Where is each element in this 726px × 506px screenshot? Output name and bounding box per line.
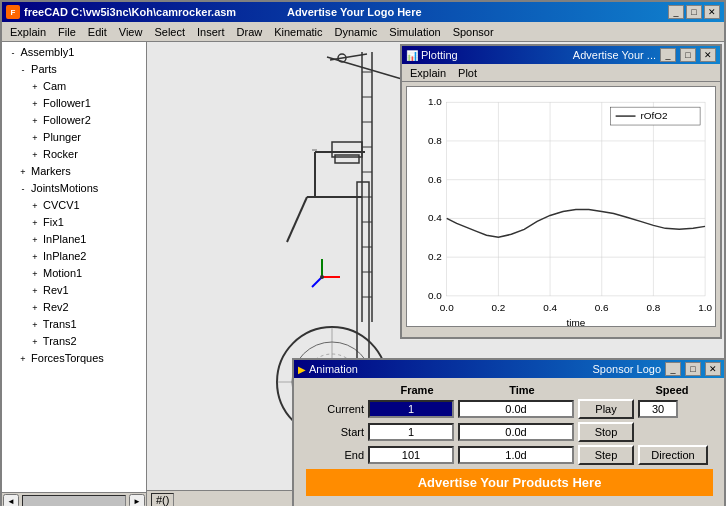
stop-button[interactable]: Stop [578,422,634,442]
tree-parts-label: Parts [31,63,57,75]
minimize-button[interactable]: _ [668,5,684,19]
svg-text:0.8: 0.8 [647,302,661,313]
plotting-title-right: Advertise Your ... _ □ ✕ [573,48,716,62]
maximize-button[interactable]: □ [686,5,702,19]
close-button[interactable]: ✕ [704,5,720,19]
svg-text:0.2: 0.2 [492,302,506,313]
start-time-input[interactable] [458,423,574,441]
expand-markers: + [18,164,28,180]
svg-text:0.4: 0.4 [428,212,442,223]
tree-trans2-label: Trans2 [43,335,77,347]
plotting-minimize[interactable]: _ [660,48,676,62]
tree-rev1[interactable]: + Rev1 [4,282,144,299]
tree-fix1[interactable]: + Fix1 [4,214,144,231]
tree-trans2[interactable]: + Trans2 [4,333,144,350]
plot-area: 1.0 0.8 0.6 0.4 0.2 0.0 0.0 0.2 0.4 0.6 [406,86,716,327]
hscroll-left[interactable]: ◄ [3,494,19,506]
animation-close[interactable]: ✕ [705,362,721,376]
tree-rev2[interactable]: + Rev2 [4,299,144,316]
anim-header-speed: Speed [642,384,702,396]
menu-edit[interactable]: Edit [82,24,113,40]
current-time-input[interactable] [458,400,574,418]
plotting-icon: 📊 [406,50,418,61]
expand-follower2: + [30,113,40,129]
animation-minimize[interactable]: _ [665,362,681,376]
tree-inplane2-label: InPlane2 [43,250,86,262]
svg-text:0.2: 0.2 [428,251,442,262]
hscroll-right[interactable]: ► [129,494,145,506]
menu-select[interactable]: Select [148,24,191,40]
menu-explain[interactable]: Explain [4,24,52,40]
plotting-close[interactable]: ✕ [700,48,716,62]
animation-title-right: Sponsor Logo _ □ ✕ [593,362,722,376]
tree-cam[interactable]: + Cam [4,78,144,95]
tree-motion1[interactable]: + Motion1 [4,265,144,282]
tree-forces-label: ForcesTorques [31,352,104,364]
plotting-window: 📊 Plotting Advertise Your ... _ □ ✕ Expl… [400,44,722,339]
plotting-title: Plotting [421,49,458,61]
tree-rocker-label: Rocker [43,148,78,160]
animation-title: Animation [309,363,358,375]
tree-cvcv1[interactable]: + CVCV1 [4,197,144,214]
expand-trans2: + [30,334,40,350]
plotting-maximize[interactable]: □ [680,48,696,62]
status-text: #() [151,493,174,507]
viewport: 📊 Plotting Advertise Your ... _ □ ✕ Expl… [147,42,724,506]
menu-kinematic[interactable]: Kinematic [268,24,328,40]
end-time-input[interactable] [458,446,574,464]
svg-rect-37 [447,102,705,296]
step-button[interactable]: Step [578,445,634,465]
expand-forces: + [18,351,28,367]
end-frame-input[interactable] [368,446,454,464]
sidebar-hscroll[interactable]: ◄ ► [2,492,146,506]
anim-start-row: Start Stop [300,422,719,442]
anim-current-row: Current Play [300,399,719,419]
direction-button[interactable]: Direction [638,445,708,465]
menu-sponsor[interactable]: Sponsor [447,24,500,40]
menu-dynamic[interactable]: Dynamic [329,24,384,40]
svg-text:0.8: 0.8 [428,135,442,146]
svg-text:1.0: 1.0 [698,302,712,313]
play-button[interactable]: Play [578,399,634,419]
plot-svg: 1.0 0.8 0.6 0.4 0.2 0.0 0.0 0.2 0.4 0.6 [407,87,715,326]
menu-view[interactable]: View [113,24,149,40]
tree-inplane1[interactable]: + InPlane1 [4,231,144,248]
animation-maximize[interactable]: □ [685,362,701,376]
tree-root[interactable]: - Assembly1 [4,44,144,61]
anim-header-time: Time [462,384,582,396]
tree-forces[interactable]: + ForcesTorques [4,350,144,367]
tree-markers[interactable]: + Markers [4,163,144,180]
hscroll-track[interactable] [22,495,126,506]
expand-plunger: + [30,130,40,146]
speed-input[interactable] [638,400,678,418]
tree-rev1-label: Rev1 [43,284,69,296]
current-frame-input[interactable] [368,400,454,418]
plotting-title-bar: 📊 Plotting Advertise Your ... _ □ ✕ [402,46,720,64]
tree-rocker[interactable]: + Rocker [4,146,144,163]
tree-follower1[interactable]: + Follower1 [4,95,144,112]
start-frame-input[interactable] [368,423,454,441]
tree-follower2[interactable]: + Follower2 [4,112,144,129]
plotting-menu-plot[interactable]: Plot [452,65,483,81]
svg-text:rOfO2: rOfO2 [640,110,667,121]
menu-simulation[interactable]: Simulation [383,24,446,40]
anim-current-label: Current [300,403,364,415]
tree-plunger-label: Plunger [43,131,81,143]
title-bar-left: F freeCAD C:\vw5i3nc\Koh\camrocker.asm A… [6,5,422,19]
animation-icon: ▶ [298,364,306,375]
menu-bar: Explain File Edit View Select Insert Dra… [2,22,724,42]
tree-plunger[interactable]: + Plunger [4,129,144,146]
menu-file[interactable]: File [52,24,82,40]
menu-insert[interactable]: Insert [191,24,231,40]
tree-markers-label: Markers [31,165,71,177]
expand-parts: - [18,62,28,78]
menu-draw[interactable]: Draw [231,24,269,40]
expand-inplane2: + [30,249,40,265]
tree-parts[interactable]: - Parts [4,61,144,78]
tree-follower2-label: Follower2 [43,114,91,126]
tree-jointsMotions[interactable]: - JointsMotions [4,180,144,197]
tree-inplane2[interactable]: + InPlane2 [4,248,144,265]
expand-follower1: + [30,96,40,112]
tree-trans1[interactable]: + Trans1 [4,316,144,333]
plotting-menu-explain[interactable]: Explain [404,65,452,81]
